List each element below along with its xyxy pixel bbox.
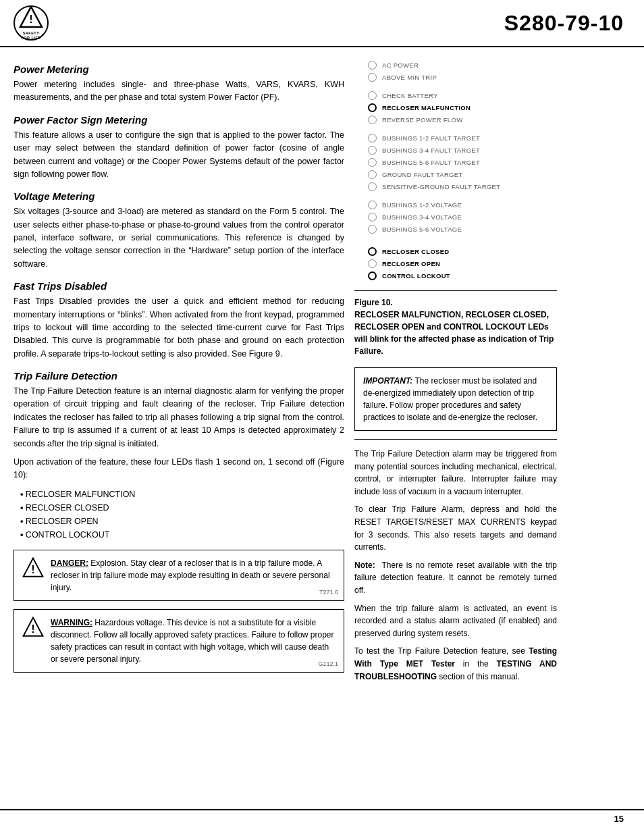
led-circle-control-lockout (368, 271, 377, 280)
section-fast-trips: Fast Trips Disabled Fast Trips Disabled … (14, 280, 344, 361)
led-item-reverse-power: REVERSE POWER FLOW (368, 115, 557, 124)
svg-text:!: ! (31, 623, 34, 635)
led-circle-bush34-fault (368, 146, 377, 155)
led-label-ground-fault: GROUND FAULT TARGET (382, 171, 463, 178)
led-group-4: BUSHINGS 1-2 VOLTAGE BUSHINGS 3-4 VOLTAG… (368, 201, 557, 234)
page-header: ! SAFETYFOR LIFE S280-79-10 (0, 0, 644, 47)
danger-label: DANGER: (51, 558, 88, 568)
led-item-bush12-voltage: BUSHINGS 1-2 VOLTAGE (368, 201, 557, 209)
led-label-bush34-voltage: BUSHINGS 3-4 VOLTAGE (382, 213, 462, 221)
warning-text: Hazardous voltage. This device is not a … (51, 618, 334, 664)
figure-section: Figure 10. RECLOSER MALFUNCTION, RECLOSE… (354, 290, 557, 357)
bullet-item-3: RECLOSER OPEN (20, 515, 344, 528)
warning-box-text: WARNING: Hazardous voltage. This device … (51, 617, 336, 665)
led-item-bush12-fault: BUSHINGS 1-2 FAULT TARGET (368, 134, 557, 142)
led-item-control-lockout: CONTROL LOCKOUT (368, 271, 557, 280)
right-text-2: To clear Trip Failure Alarm, depress and… (354, 503, 557, 553)
important-label: IMPORTANT: (363, 376, 412, 386)
warning-icon: ! (22, 617, 44, 638)
logo-text: SAFETYFOR LIFE (21, 31, 41, 40)
led-item-bush34-voltage: BUSHINGS 3-4 VOLTAGE (368, 213, 557, 221)
right-column: AC POWER ABOVE MIN TRIP CHECK BATTERY (354, 54, 557, 688)
text-fast-trips: Fast Trips Disabled provides the user a … (14, 295, 344, 361)
led-circle-bush12-voltage (368, 201, 377, 209)
right-text-4: To test the Trip Failure Detection featu… (354, 645, 557, 683)
page-wrapper: ! SAFETYFOR LIFE S280-79-10 Power Meteri… (0, 0, 644, 834)
figure-caption-text: RECLOSER MALFUNCTION, RECLOSER CLOSED, R… (354, 310, 554, 356)
led-circle-recloser-malfunction (368, 103, 377, 112)
led-label-bush12-fault: BUSHINGS 1-2 FAULT TARGET (382, 134, 480, 142)
section-trip-failure: Trip Failure Detection The Trip Failure … (14, 370, 344, 542)
led-item-bush34-fault: BUSHINGS 3-4 FAULT TARGET (368, 146, 557, 155)
led-circle-check-battery (368, 91, 377, 100)
section-power-factor: Power Factor Sign Metering This feature … (14, 114, 344, 182)
led-label-reverse-power: REVERSE POWER FLOW (382, 116, 462, 124)
bullet-item-4: CONTROL LOCKOUT (20, 528, 344, 542)
danger-box-text: DANGER: Explosion. Stay clear of a reclo… (51, 557, 336, 594)
led-label-above-min: ABOVE MIN TRIP (382, 74, 437, 81)
led-item-recloser-open: RECLOSER OPEN (368, 259, 557, 268)
safety-logo: ! SAFETYFOR LIFE (14, 5, 49, 41)
right-text-1: The Trip Failure Detection alarm may be … (354, 448, 557, 498)
led-circle-recloser-open (368, 259, 377, 268)
page-footer: 15 (0, 809, 644, 824)
led-label-recloser-open: RECLOSER OPEN (382, 260, 440, 267)
warning-box: ! WARNING: Hazardous voltage. This devic… (14, 609, 344, 673)
led-label-control-lockout: CONTROL LOCKOUT (382, 272, 450, 280)
led-circle-bush56-fault (368, 158, 377, 167)
led-item-recloser-closed: RECLOSER CLOSED (368, 247, 557, 256)
led-label-ac-power: AC POWER (382, 61, 419, 69)
warning-label: WARNING: (51, 618, 92, 627)
led-label-recloser-malfunction: RECLOSER MALFUNCTION (382, 104, 471, 111)
led-group-5: RECLOSER CLOSED RECLOSER OPEN CONTROL LO… (368, 247, 557, 280)
note-label: Note: (354, 561, 375, 570)
text-trip-failure-1: The Trip Failure Detection feature is an… (14, 385, 344, 450)
led-circle-bush56-voltage (368, 225, 377, 234)
led-item-sensitive-ground: SENSITIVE-GROUND FAULT TARGET (368, 182, 557, 191)
left-column: Power Metering Power metering includes s… (14, 54, 344, 688)
figure-number: Figure 10. (354, 298, 393, 307)
led-item-recloser-malfunction: RECLOSER MALFUNCTION (368, 103, 557, 112)
led-label-bush12-voltage: BUSHINGS 1-2 VOLTAGE (382, 201, 462, 209)
text-voltage-metering: Six voltages (3-source and 3-load) are m… (14, 205, 344, 271)
content-area: Power Metering Power metering includes s… (0, 54, 644, 688)
led-circle-bush12-fault (368, 134, 377, 142)
svg-text:!: ! (29, 14, 32, 25)
trip-failure-bullet-list: RECLOSER MALFUNCTION RECLOSER CLOSED REC… (20, 488, 344, 542)
danger-code: T271.0 (319, 588, 338, 598)
led-item-bush56-fault: BUSHINGS 5-6 FAULT TARGET (368, 158, 557, 167)
led-item-above-min-trip: ABOVE MIN TRIP (368, 73, 557, 82)
separator-line (354, 439, 557, 440)
section-voltage-metering: Voltage Metering Six voltages (3-source … (14, 190, 344, 271)
text-power-metering: Power metering includes single- and thre… (14, 78, 344, 105)
bullet-item-1: RECLOSER MALFUNCTION (20, 488, 344, 501)
led-item-bush56-voltage: BUSHINGS 5-6 VOLTAGE (368, 225, 557, 234)
led-label-bush56-voltage: BUSHINGS 5-6 VOLTAGE (382, 226, 462, 233)
heading-fast-trips: Fast Trips Disabled (14, 280, 344, 292)
logo-icon: ! (19, 5, 43, 30)
led-group-2: CHECK BATTERY RECLOSER MALFUNCTION REVER… (368, 91, 557, 124)
danger-icon: ! (22, 557, 44, 579)
led-group-3: BUSHINGS 1-2 FAULT TARGET BUSHINGS 3-4 F… (368, 134, 557, 191)
heading-trip-failure: Trip Failure Detection (14, 370, 344, 382)
bullet-item-2: RECLOSER CLOSED (20, 501, 344, 515)
heading-power-metering: Power Metering (14, 63, 344, 75)
important-box: IMPORTANT: The recloser must be isolated… (354, 367, 557, 431)
led-label-bush56-fault: BUSHINGS 5-6 FAULT TARGET (382, 159, 480, 166)
danger-box: ! DANGER: Explosion. Stay clear of a rec… (14, 550, 344, 601)
led-circle-bush34-voltage (368, 213, 377, 221)
danger-text: Explosion. Stay clear of a recloser that… (51, 558, 330, 592)
section-power-metering: Power Metering Power metering includes s… (14, 63, 344, 105)
led-group-1: AC POWER ABOVE MIN TRIP (368, 61, 557, 82)
right-text-3: When the trip failure alarm is activated… (354, 602, 557, 640)
text-power-factor: This feature allows a user to configure … (14, 129, 344, 182)
led-diagram: AC POWER ABOVE MIN TRIP CHECK BATTERY (354, 61, 557, 280)
bottom-right-content: The Trip Failure Detection alarm may be … (354, 439, 557, 683)
led-label-sensitive-ground: SENSITIVE-GROUND FAULT TARGET (382, 183, 500, 190)
svg-text:!: ! (31, 564, 34, 575)
heading-voltage-metering: Voltage Metering (14, 190, 344, 202)
led-circle-ground-fault (368, 170, 377, 179)
document-title: S280-79-10 (504, 11, 624, 36)
led-circle-reverse-power (368, 115, 377, 124)
led-item-check-battery: CHECK BATTERY (368, 91, 557, 100)
